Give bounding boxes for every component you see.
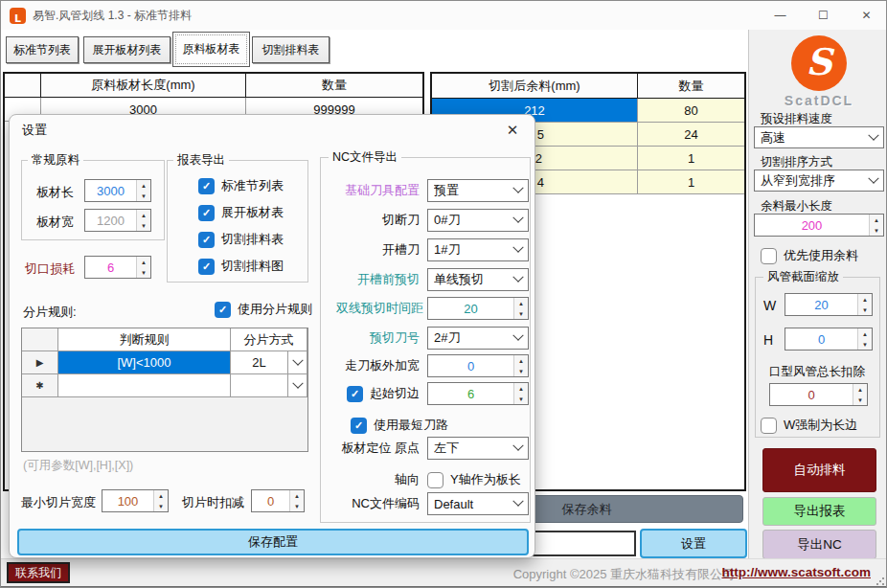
checkbox-checked-icon[interactable] xyxy=(215,302,231,318)
cutoff-tool-select[interactable]: 0#刀 xyxy=(427,209,529,232)
checkbox-checked-icon[interactable] xyxy=(351,418,367,434)
spin-up-icon[interactable] xyxy=(137,257,150,267)
sort-select[interactable]: 从窄到宽排序 xyxy=(754,170,884,192)
rule-mode-cell[interactable]: 2L xyxy=(231,351,288,374)
rule-condition-header[interactable]: 判断规则 xyxy=(58,328,231,351)
checkbox-checked-icon[interactable] xyxy=(198,259,215,275)
spin-down-icon[interactable] xyxy=(858,339,872,350)
spin-down-icon[interactable] xyxy=(290,501,304,511)
minimize-icon[interactable]: — xyxy=(759,1,802,30)
spin-down-icon[interactable] xyxy=(870,225,883,236)
start-edge-stepper[interactable]: 6 xyxy=(427,382,529,405)
rule-mode-dropdown[interactable] xyxy=(288,374,307,397)
auto-nest-button[interactable]: 自动排料 xyxy=(762,448,876,492)
spin-up-icon[interactable] xyxy=(514,355,528,366)
rule-mode-header[interactable]: 分片方式 xyxy=(231,328,307,351)
report-item-checkbox[interactable]: 切割排料图 xyxy=(198,258,284,275)
spin-up-icon[interactable] xyxy=(137,180,150,191)
spin-up-icon[interactable] xyxy=(858,294,872,305)
spin-down-icon[interactable] xyxy=(154,501,168,511)
kerf-loss-stepper[interactable]: 6 xyxy=(84,256,151,279)
shortest-path-checkbox[interactable]: 使用最短刀路 xyxy=(351,414,552,437)
duct-deduct-stepper[interactable]: 0 xyxy=(769,383,868,406)
rule-condition-cell[interactable]: [W]<1000 xyxy=(58,351,231,374)
stock-qty-header[interactable]: 数量 xyxy=(246,74,422,98)
slice-deduct-stepper[interactable]: 0 xyxy=(251,489,305,512)
precut-mode-select[interactable]: 单线预切 xyxy=(427,268,529,291)
dialog-close-icon[interactable]: ✕ xyxy=(502,120,523,141)
spin-up-icon[interactable] xyxy=(858,328,872,339)
rule-mode-cell-empty[interactable] xyxy=(231,374,288,397)
tab-unfold-sheet-list[interactable]: 展开板材列表 xyxy=(83,36,171,63)
tab-standard-section-list[interactable]: 标准节列表 xyxy=(6,36,79,63)
sheet-width-stepper[interactable]: 1200 xyxy=(84,209,151,232)
spin-up-icon[interactable] xyxy=(137,210,150,220)
save-config-button[interactable]: 保存配置 xyxy=(17,529,529,555)
remnant-qty-header[interactable]: 数量 xyxy=(638,74,744,99)
start-edge-checkbox[interactable]: 起始切边 xyxy=(328,385,427,402)
spin-up-icon[interactable] xyxy=(870,215,883,225)
checkbox-icon[interactable] xyxy=(761,248,777,264)
checkbox-checked-icon[interactable] xyxy=(347,386,363,402)
groove-tool-select[interactable]: 1#刀 xyxy=(427,238,529,261)
base-tool-select[interactable]: 预置 xyxy=(427,179,529,202)
w-force-long-checkbox[interactable]: W强制为长边 xyxy=(761,417,857,434)
use-remnant-first-checkbox[interactable]: 优先使用余料 xyxy=(761,247,858,264)
precut-tool-select[interactable]: 2#刀 xyxy=(427,327,529,350)
spin-down-icon[interactable] xyxy=(858,305,872,315)
spin-down-icon[interactable] xyxy=(137,191,150,201)
spin-down-icon[interactable] xyxy=(514,394,528,404)
rule-row[interactable]: ▶ [W]<1000 2L xyxy=(22,351,307,374)
spin-up-icon[interactable] xyxy=(154,490,168,501)
export-report-button[interactable]: 导出报表 xyxy=(762,497,876,526)
rule-condition-cell-empty[interactable] xyxy=(58,374,231,397)
checkbox-icon[interactable] xyxy=(761,418,777,434)
spin-up-icon[interactable] xyxy=(853,384,867,395)
remnant-qty-cell[interactable]: 24 xyxy=(638,123,744,147)
spin-down-icon[interactable] xyxy=(137,267,150,278)
tab-raw-sheet-table[interactable]: 原料板材表 xyxy=(172,32,250,67)
y-axis-as-length-checkbox[interactable]: Y轴作为板长 xyxy=(427,471,529,488)
spin-down-icon[interactable] xyxy=(853,395,867,405)
min-remnant-stepper[interactable]: 200 xyxy=(754,214,884,237)
checkbox-checked-icon[interactable] xyxy=(198,232,215,248)
double-precut-gap-stepper[interactable]: 20 xyxy=(427,297,529,320)
report-item-checkbox[interactable]: 展开板材表 xyxy=(198,204,284,221)
remnant-header[interactable]: 切割后余料(mm) xyxy=(432,74,638,99)
spin-down-icon[interactable] xyxy=(514,366,528,376)
spin-down-icon[interactable] xyxy=(514,308,528,319)
checkbox-checked-icon[interactable] xyxy=(198,178,215,194)
resize-grip-icon[interactable] xyxy=(876,577,884,585)
nc-encoding-select[interactable]: Default xyxy=(427,492,529,515)
maximize-icon[interactable]: ☐ xyxy=(802,1,845,30)
spin-up-icon[interactable] xyxy=(290,490,304,501)
close-icon[interactable]: ✕ xyxy=(845,1,887,30)
tab-cutting-layout-table[interactable]: 切割排料表 xyxy=(252,36,330,63)
remnant-qty-cell[interactable]: 80 xyxy=(638,99,744,123)
remnant-qty-cell[interactable]: 1 xyxy=(638,170,744,194)
sheet-length-stepper[interactable]: 3000 xyxy=(84,179,151,202)
rule-row-new[interactable]: ✱ xyxy=(22,374,307,397)
settings-button[interactable]: 设置 xyxy=(640,529,747,558)
contact-us-button[interactable]: 联系我们 xyxy=(7,562,70,583)
checkbox-icon[interactable] xyxy=(427,472,444,488)
h-stepper[interactable]: 0 xyxy=(785,328,873,351)
remnant-qty-cell[interactable]: 1 xyxy=(638,147,744,170)
stock-length-header[interactable]: 原料板材长度(mm) xyxy=(41,74,246,98)
website-link[interactable]: http://www.scatsoft.com xyxy=(721,565,871,579)
w-stepper[interactable]: 20 xyxy=(785,293,873,316)
spin-up-icon[interactable] xyxy=(514,298,528,308)
report-item-checkbox[interactable]: 切割排料表 xyxy=(198,231,284,248)
slice-rules-label: 分片规则: xyxy=(23,304,77,321)
sheet-origin-select[interactable]: 左下 xyxy=(427,437,529,460)
extra-width-stepper[interactable]: 0 xyxy=(427,354,529,377)
checkbox-checked-icon[interactable] xyxy=(198,205,215,221)
spin-down-icon[interactable] xyxy=(137,220,150,231)
spin-up-icon[interactable] xyxy=(514,383,528,394)
report-item-checkbox[interactable]: 标准节列表 xyxy=(198,177,284,194)
speed-select[interactable]: 高速 xyxy=(754,126,884,148)
min-slice-width-stepper[interactable]: 100 xyxy=(102,489,169,512)
rule-mode-dropdown[interactable] xyxy=(288,351,307,374)
export-nc-button[interactable]: 导出NC xyxy=(762,530,876,559)
use-slice-rules-checkbox[interactable]: 使用分片规则 xyxy=(215,301,312,318)
